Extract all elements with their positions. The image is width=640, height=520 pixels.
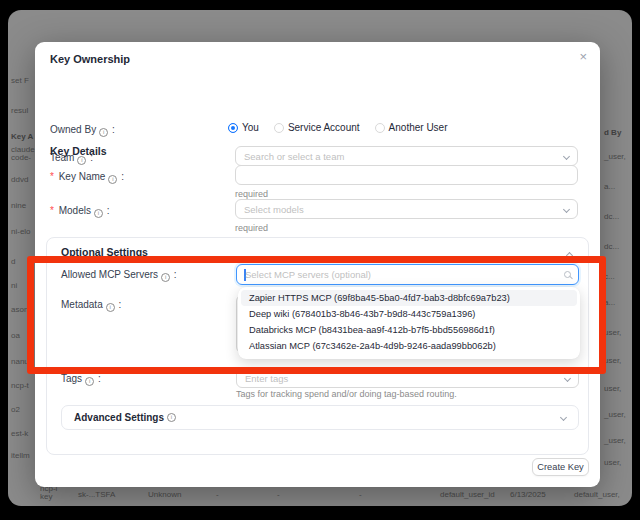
background-table-text: itellm: [11, 451, 30, 460]
background-table-text: user,: [604, 356, 621, 365]
background-table-text: a...: [604, 182, 615, 191]
background-table-text: -: [277, 490, 280, 499]
key-details-heading: Key Details: [50, 145, 107, 157]
background-table-text: default_user,: [574, 490, 620, 499]
models-select[interactable]: Select models: [235, 199, 578, 219]
info-icon: [167, 413, 176, 422]
info-icon: [85, 377, 94, 386]
background-table-text: ni: [11, 281, 17, 290]
advanced-settings-heading: Advanced Settings: [74, 412, 164, 423]
key-name-required-note: required: [235, 189, 268, 199]
info-icon: [99, 128, 108, 137]
background-table-text: -: [216, 490, 219, 499]
background-table-text: user,: [604, 458, 621, 467]
background-table-text: est-k: [11, 429, 28, 438]
optional-settings-heading: Optional Settings: [61, 246, 148, 258]
background-table-text: code-: [11, 153, 31, 162]
background-table-text: nine: [11, 201, 26, 210]
owned-by-radio-group: YouService AccountAnother User: [228, 122, 448, 133]
background-table-text: -: [359, 490, 362, 499]
background-table-text: user,: [604, 328, 621, 337]
background-table-text: ni-elo: [11, 227, 31, 236]
advanced-settings-panel[interactable]: Advanced Settings: [61, 405, 579, 430]
background-table-text: nanu: [11, 357, 29, 366]
info-icon: [77, 156, 86, 165]
chevron-up-icon[interactable]: [566, 252, 573, 259]
models-select-placeholder: Select models: [244, 204, 558, 215]
background-table-text: dc...: [604, 212, 619, 221]
close-icon[interactable]: ×: [579, 50, 587, 64]
background-table-text: o2: [11, 405, 20, 414]
allowed-mcp-servers-label: Allowed MCP Servers :: [61, 269, 177, 282]
mcp-servers-search-input[interactable]: Select MCP servers (optional): [236, 264, 579, 285]
owned-by-label: Owned By :: [50, 124, 115, 137]
background-table-text: sk-...TSFA: [78, 490, 115, 499]
background-table-text: ncp-t: [11, 381, 29, 390]
mcp-option[interactable]: Deep wiki (678401b3-8b46-43b7-b9d8-443c7…: [241, 306, 577, 322]
metadata-label: Metadata :: [61, 299, 121, 312]
background-table-text: a...: [604, 298, 615, 307]
info-icon: [94, 209, 103, 218]
background-table-text: d: [11, 257, 15, 266]
tags-select-placeholder: Enter tags: [245, 373, 559, 384]
background-table-text: ddvd: [11, 175, 28, 184]
info-icon: [161, 273, 170, 282]
background-table-text: default_user_id: [440, 490, 495, 499]
models-label: Models :: [50, 205, 110, 218]
background-table-text: resul: [11, 106, 28, 115]
mcp-input-placeholder: Select MCP servers (optional): [245, 269, 558, 280]
team-select-placeholder: Search or select a team: [244, 151, 558, 162]
background-table-text: Key A: [11, 132, 33, 141]
tags-help-text: Tags for tracking spend and/or doing tag…: [236, 389, 457, 399]
radio-service-account[interactable]: Service Account: [274, 122, 360, 133]
background-table-text: 6/13/2025: [510, 490, 546, 499]
background-table-text: c...: [604, 272, 615, 281]
models-required-note: required: [235, 223, 268, 233]
chevron-down-icon: [560, 414, 567, 421]
background-table-text: dc...: [604, 242, 619, 251]
radio-dot-icon: [274, 123, 284, 133]
radio-another-user[interactable]: Another User: [375, 122, 448, 133]
background-table-text: _user,: [604, 152, 626, 161]
radio-label: Another User: [389, 122, 448, 133]
background-table-text: d By: [604, 128, 621, 137]
radio-label: You: [242, 122, 259, 133]
modal-title: Key Ownership: [50, 53, 130, 65]
mcp-option[interactable]: Atlassian MCP (67c3462e-2a4b-4d9b-9246-a…: [241, 338, 577, 354]
background-table-text: user,: [604, 384, 621, 393]
radio-dot-icon: [375, 123, 385, 133]
key-name-input[interactable]: [235, 165, 578, 185]
background-table-text: set F: [11, 76, 29, 85]
create-key-button[interactable]: Create Key: [532, 458, 589, 476]
mcp-option[interactable]: Databricks MCP (b8431bea-aa9f-412b-b7f5-…: [241, 322, 577, 338]
tags-select[interactable]: Enter tags: [236, 368, 579, 388]
search-icon: [564, 271, 571, 278]
chevron-down-icon: [564, 374, 571, 381]
info-icon: [108, 175, 117, 184]
radio-label: Service Account: [288, 122, 360, 133]
background-table-text: _user,: [604, 436, 626, 445]
info-icon: [106, 303, 115, 312]
chevron-down-icon: [563, 205, 570, 212]
background-table-text: oa: [11, 331, 20, 340]
background-table-text: key: [40, 492, 52, 501]
team-select[interactable]: Search or select a team: [235, 146, 578, 166]
key-ownership-modal: Key Ownership × Owned By : YouService Ac…: [35, 42, 600, 487]
background-table-text: _user,: [604, 410, 626, 419]
mcp-option[interactable]: Zapier HTTPS MCP (69f8ba45-5ba0-4fd7-bab…: [241, 290, 577, 306]
tags-label: Tags :: [61, 373, 101, 386]
key-name-label: Key Name :: [50, 171, 124, 184]
chevron-down-icon: [563, 152, 570, 159]
mcp-servers-dropdown: Zapier HTTPS MCP (69f8ba45-5ba0-4fd7-bab…: [238, 287, 580, 359]
background-table-text: Unknown: [148, 490, 181, 499]
radio-dot-icon: [228, 123, 238, 133]
radio-you[interactable]: You: [228, 122, 259, 133]
background-table-text: ason2: [11, 305, 33, 314]
